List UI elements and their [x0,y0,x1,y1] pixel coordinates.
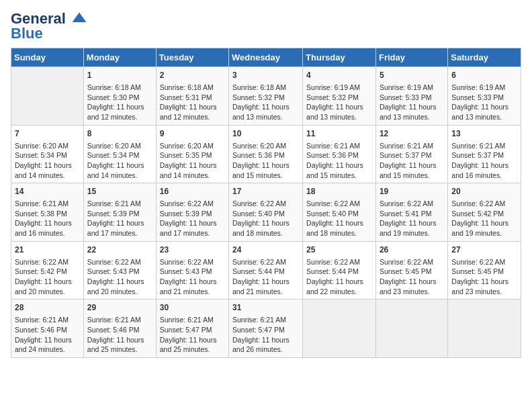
day-info: Sunrise: 6:22 AM Sunset: 5:45 PM Dayligh… [451,257,517,297]
calendar-cell: 10Sunrise: 6:20 AM Sunset: 5:36 PM Dayli… [229,125,303,183]
day-number: 5 [380,70,444,81]
day-info: Sunrise: 6:21 AM Sunset: 5:47 PM Dayligh… [232,315,299,355]
day-number: 13 [451,128,517,140]
day-number: 20 [451,186,517,197]
day-info: Sunrise: 6:20 AM Sunset: 5:36 PM Dayligh… [232,141,299,181]
day-number: 19 [380,186,444,197]
logo: General Blue [11,11,87,42]
day-info: Sunrise: 6:21 AM Sunset: 5:39 PM Dayligh… [87,199,152,238]
day-number: 18 [306,186,372,197]
calendar-cell: 5Sunrise: 6:19 AM Sunset: 5:33 PM Daylig… [375,67,447,126]
calendar-cell: 14Sunrise: 6:21 AM Sunset: 5:38 PM Dayli… [11,183,84,242]
day-info: Sunrise: 6:22 AM Sunset: 5:40 PM Dayligh… [232,199,299,238]
day-info: Sunrise: 6:19 AM Sunset: 5:33 PM Dayligh… [451,83,517,122]
calendar-cell: 25Sunrise: 6:22 AM Sunset: 5:44 PM Dayli… [303,241,376,300]
weekday-header-sunday: Sunday [11,48,84,67]
calendar-cell: 27Sunrise: 6:22 AM Sunset: 5:45 PM Dayli… [448,241,521,300]
day-number: 9 [160,128,225,140]
calendar-cell [11,67,84,126]
calendar-cell: 24Sunrise: 6:22 AM Sunset: 5:44 PM Dayli… [229,241,303,300]
calendar-cell [375,300,447,358]
day-info: Sunrise: 6:22 AM Sunset: 5:41 PM Dayligh… [380,199,444,238]
day-info: Sunrise: 6:20 AM Sunset: 5:35 PM Dayligh… [160,141,225,181]
calendar-cell: 1Sunrise: 6:18 AM Sunset: 5:30 PM Daylig… [83,67,156,126]
day-info: Sunrise: 6:19 AM Sunset: 5:33 PM Dayligh… [380,83,444,122]
calendar-week-row: 7Sunrise: 6:20 AM Sunset: 5:34 PM Daylig… [11,125,521,183]
calendar-cell: 6Sunrise: 6:19 AM Sunset: 5:33 PM Daylig… [448,67,521,126]
calendar-cell: 26Sunrise: 6:22 AM Sunset: 5:45 PM Dayli… [375,241,447,300]
day-info: Sunrise: 6:21 AM Sunset: 5:37 PM Dayligh… [380,141,444,181]
day-number: 14 [15,186,80,197]
calendar-cell: 19Sunrise: 6:22 AM Sunset: 5:41 PM Dayli… [375,183,447,242]
calendar-cell: 2Sunrise: 6:18 AM Sunset: 5:31 PM Daylig… [156,67,228,126]
day-info: Sunrise: 6:22 AM Sunset: 5:39 PM Dayligh… [160,199,225,238]
day-info: Sunrise: 6:22 AM Sunset: 5:40 PM Dayligh… [306,199,372,238]
day-number: 23 [160,244,225,256]
calendar-cell: 21Sunrise: 6:22 AM Sunset: 5:42 PM Dayli… [11,241,84,300]
day-info: Sunrise: 6:21 AM Sunset: 5:37 PM Dayligh… [451,141,517,181]
weekday-header-monday: Monday [83,48,156,67]
calendar-cell: 11Sunrise: 6:21 AM Sunset: 5:36 PM Dayli… [303,125,376,183]
day-info: Sunrise: 6:20 AM Sunset: 5:34 PM Dayligh… [15,141,80,181]
day-number: 21 [15,244,80,256]
page-header: General Blue [11,11,521,42]
day-info: Sunrise: 6:21 AM Sunset: 5:38 PM Dayligh… [15,199,80,238]
day-info: Sunrise: 6:18 AM Sunset: 5:32 PM Dayligh… [232,83,299,122]
calendar-week-row: 28Sunrise: 6:21 AM Sunset: 5:46 PM Dayli… [11,300,521,358]
day-info: Sunrise: 6:22 AM Sunset: 5:43 PM Dayligh… [160,257,225,297]
day-info: Sunrise: 6:18 AM Sunset: 5:31 PM Dayligh… [160,83,225,122]
day-number: 31 [232,302,299,314]
day-info: Sunrise: 6:22 AM Sunset: 5:44 PM Dayligh… [232,257,299,297]
day-info: Sunrise: 6:19 AM Sunset: 5:32 PM Dayligh… [306,83,372,122]
svg-marker-0 [73,13,87,22]
weekday-header-thursday: Thursday [303,48,376,67]
day-number: 11 [306,128,372,140]
day-info: Sunrise: 6:22 AM Sunset: 5:44 PM Dayligh… [306,257,372,297]
day-number: 27 [451,244,517,256]
calendar-cell: 17Sunrise: 6:22 AM Sunset: 5:40 PM Dayli… [229,183,303,242]
calendar-week-row: 14Sunrise: 6:21 AM Sunset: 5:38 PM Dayli… [11,183,521,242]
day-number: 17 [232,186,299,197]
calendar-table: SundayMondayTuesdayWednesdayThursdayFrid… [11,48,521,358]
day-number: 25 [306,244,372,256]
calendar-cell: 7Sunrise: 6:20 AM Sunset: 5:34 PM Daylig… [11,125,84,183]
day-number: 16 [160,186,225,197]
logo-icon [71,11,87,28]
weekday-header-row: SundayMondayTuesdayWednesdayThursdayFrid… [11,48,521,67]
calendar-cell: 31Sunrise: 6:21 AM Sunset: 5:47 PM Dayli… [229,300,303,358]
weekday-header-saturday: Saturday [448,48,521,67]
calendar-cell: 30Sunrise: 6:21 AM Sunset: 5:47 PM Dayli… [156,300,228,358]
weekday-header-friday: Friday [375,48,447,67]
calendar-cell: 18Sunrise: 6:22 AM Sunset: 5:40 PM Dayli… [303,183,376,242]
day-info: Sunrise: 6:21 AM Sunset: 5:47 PM Dayligh… [160,315,225,355]
day-info: Sunrise: 6:20 AM Sunset: 5:34 PM Dayligh… [87,141,152,181]
day-info: Sunrise: 6:22 AM Sunset: 5:45 PM Dayligh… [380,257,444,297]
day-number: 24 [232,244,299,256]
day-number: 8 [87,128,152,140]
day-info: Sunrise: 6:22 AM Sunset: 5:43 PM Dayligh… [87,257,152,297]
calendar-cell: 28Sunrise: 6:21 AM Sunset: 5:46 PM Dayli… [11,300,84,358]
calendar-cell: 12Sunrise: 6:21 AM Sunset: 5:37 PM Dayli… [375,125,447,183]
day-info: Sunrise: 6:22 AM Sunset: 5:42 PM Dayligh… [451,199,517,238]
day-number: 26 [380,244,444,256]
calendar-cell: 4Sunrise: 6:19 AM Sunset: 5:32 PM Daylig… [303,67,376,126]
day-info: Sunrise: 6:21 AM Sunset: 5:46 PM Dayligh… [87,315,152,355]
weekday-header-wednesday: Wednesday [229,48,303,67]
calendar-cell: 8Sunrise: 6:20 AM Sunset: 5:34 PM Daylig… [83,125,156,183]
calendar-week-row: 21Sunrise: 6:22 AM Sunset: 5:42 PM Dayli… [11,241,521,300]
day-number: 22 [87,244,152,256]
day-number: 3 [232,70,299,81]
calendar-cell: 13Sunrise: 6:21 AM Sunset: 5:37 PM Dayli… [448,125,521,183]
day-number: 2 [160,70,225,81]
day-number: 28 [15,302,80,314]
day-number: 4 [306,70,372,81]
day-number: 30 [160,302,225,314]
day-number: 1 [87,70,152,81]
calendar-cell: 22Sunrise: 6:22 AM Sunset: 5:43 PM Dayli… [83,241,156,300]
calendar-week-row: 1Sunrise: 6:18 AM Sunset: 5:30 PM Daylig… [11,67,521,126]
day-number: 6 [451,70,517,81]
day-number: 12 [380,128,444,140]
calendar-cell: 16Sunrise: 6:22 AM Sunset: 5:39 PM Dayli… [156,183,228,242]
day-info: Sunrise: 6:21 AM Sunset: 5:46 PM Dayligh… [15,315,80,355]
calendar-cell: 20Sunrise: 6:22 AM Sunset: 5:42 PM Dayli… [448,183,521,242]
